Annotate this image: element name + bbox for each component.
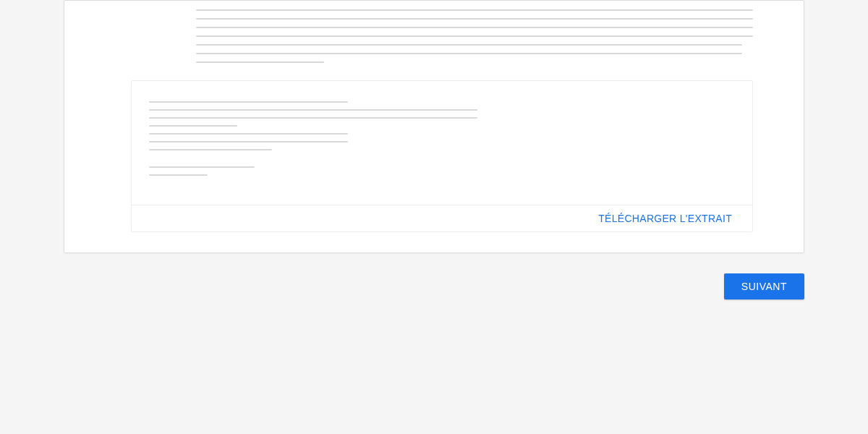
main-card: TÉLÉCHARGER L'EXTRAIT <box>64 0 804 253</box>
code-snippet-body <box>132 81 752 205</box>
placeholder-line <box>196 18 753 20</box>
placeholder-line <box>149 174 208 176</box>
intro-placeholder-text <box>196 9 753 63</box>
footer-actions: SUIVANT <box>64 273 804 299</box>
placeholder-line <box>149 141 348 142</box>
placeholder-line <box>149 125 237 127</box>
placeholder-line <box>149 101 348 103</box>
placeholder-line <box>149 133 348 135</box>
placeholder-line <box>196 61 324 63</box>
placeholder-line <box>149 166 255 168</box>
placeholder-line <box>149 109 477 111</box>
next-button[interactable]: SUIVANT <box>724 273 804 299</box>
placeholder-line <box>196 53 742 54</box>
download-snippet-link[interactable]: TÉLÉCHARGER L'EXTRAIT <box>598 213 732 224</box>
code-snippet-footer: TÉLÉCHARGER L'EXTRAIT <box>132 205 752 231</box>
placeholder-line <box>196 27 753 28</box>
placeholder-line <box>196 44 742 46</box>
card-content <box>64 1 804 63</box>
placeholder-line <box>196 35 753 37</box>
placeholder-line <box>149 149 272 150</box>
placeholder-line <box>149 117 477 119</box>
placeholder-line <box>196 9 753 11</box>
code-snippet-box: TÉLÉCHARGER L'EXTRAIT <box>131 80 753 232</box>
